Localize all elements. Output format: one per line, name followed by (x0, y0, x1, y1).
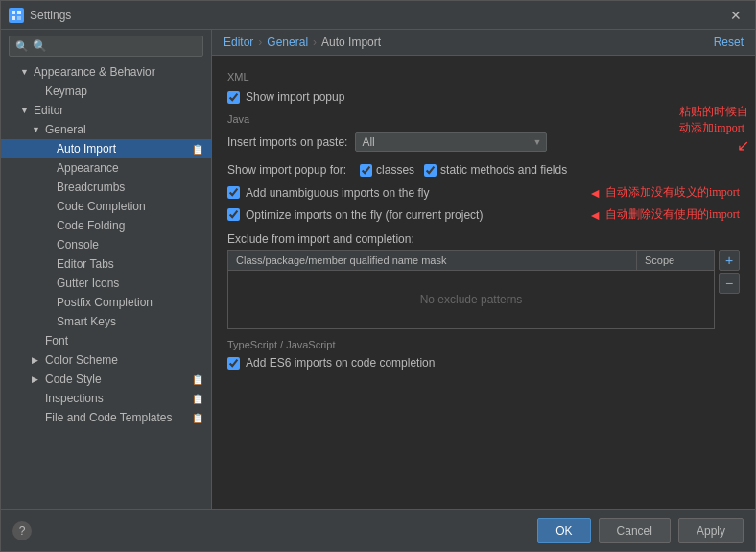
col-scope-header: Scope (637, 251, 714, 270)
optimize-checkbox-row: Optimize imports on the fly (for current… (227, 208, 588, 222)
sidebar-item-keymap[interactable]: Keymap (1, 82, 211, 101)
sidebar-item-code-style[interactable]: ▶ Code Style 📋 (1, 370, 211, 389)
static-methods-label: static methods and fields (440, 163, 567, 177)
title-bar: Settings ✕ (1, 1, 755, 30)
reset-link[interactable]: Reset (714, 36, 744, 49)
breadcrumb-general[interactable]: General (267, 36, 308, 49)
remove-exclude-button[interactable]: − (719, 273, 740, 294)
bottom-bar: ? OK Cancel Apply (1, 509, 755, 551)
sidebar-item-appearance-behavior[interactable]: ▼ Appearance & Behavior (1, 62, 211, 82)
breadcrumb-editor[interactable]: Editor (224, 36, 253, 49)
panel-content: XML Show import popup Java Insert import… (212, 56, 755, 509)
sidebar-item-code-completion[interactable]: Code Completion (1, 197, 211, 216)
sidebar-item-editor[interactable]: ▼ Editor (1, 101, 211, 120)
search-icon: 🔍 (15, 40, 29, 53)
unambiguous-checkbox[interactable] (227, 186, 240, 199)
sidebar-item-gutter-icons[interactable]: Gutter Icons (1, 274, 211, 293)
sidebar-item-label: Gutter Icons (57, 276, 119, 290)
ok-button[interactable]: OK (537, 518, 590, 543)
apply-button[interactable]: Apply (678, 518, 744, 543)
cancel-button[interactable]: Cancel (599, 518, 671, 543)
badge-icon: 📋 (192, 394, 203, 404)
sidebar-item-auto-import[interactable]: Auto Import 📋 (1, 139, 211, 158)
static-methods-checkbox[interactable] (424, 164, 437, 177)
insert-imports-label: Insert imports on paste: (227, 135, 347, 149)
col-name-header: Class/package/member qualified name mask (228, 251, 637, 270)
sidebar: 🔍 ▼ Appearance & Behavior Keymap ▼ Edito… (1, 30, 212, 509)
unambiguous-row: Add unambiguous imports on the fly ◄ 自动添… (227, 184, 740, 201)
svg-rect-1 (17, 11, 21, 14)
main-content: 🔍 ▼ Appearance & Behavior Keymap ▼ Edito… (1, 30, 755, 509)
annotation1-text: 自动添加没有歧义的import (605, 184, 740, 201)
badge-icon: 📋 (192, 144, 203, 155)
xml-show-import-checkbox[interactable] (227, 91, 240, 104)
sidebar-item-label: Code Folding (57, 219, 125, 232)
sidebar-item-postfix-completion[interactable]: Postfix Completion (1, 293, 211, 312)
settings-window: Settings ✕ 🔍 ▼ Appearance & Behavior Key… (0, 0, 756, 552)
optimize-row: Optimize imports on the fly (for current… (227, 206, 740, 223)
app-icon (9, 8, 24, 23)
sidebar-item-smart-keys[interactable]: Smart Keys (1, 312, 211, 331)
exclude-table-header: Class/package/member qualified name mask… (228, 251, 714, 271)
table-actions: + − (719, 250, 740, 296)
search-box[interactable]: 🔍 (9, 36, 203, 57)
arrow-icon: ▶ (32, 355, 41, 365)
annotation2-arrow: ◄ (588, 207, 602, 223)
add-es6-checkbox[interactable] (227, 357, 240, 370)
optimize-label: Optimize imports on the fly (for current… (246, 208, 483, 222)
breadcrumb: Editor › General › Auto Import (224, 36, 381, 49)
xml-show-import-label: Show import popup (246, 90, 344, 104)
insert-imports-row: Insert imports on paste: All Ask None (227, 132, 740, 152)
sidebar-item-code-folding[interactable]: Code Folding (1, 216, 211, 235)
sidebar-item-console[interactable]: Console (1, 235, 211, 254)
ts-section-label: TypeScript / JavaScript (227, 339, 740, 350)
arrow-icon: ▶ (32, 374, 41, 384)
help-button[interactable]: ? (12, 521, 32, 540)
sidebar-item-general[interactable]: ▼ General (1, 120, 211, 139)
optimize-checkbox[interactable] (227, 208, 240, 221)
breadcrumb-bar: Editor › General › Auto Import Reset (212, 30, 755, 56)
badge-icon: 📋 (192, 374, 203, 385)
sidebar-item-appearance[interactable]: Appearance (1, 158, 211, 178)
arrow-icon: ▼ (20, 106, 30, 115)
sidebar-item-label: Appearance & Behavior (34, 65, 155, 79)
insert-imports-select-wrapper: All Ask None (355, 132, 547, 152)
sidebar-item-label: Font (45, 334, 68, 348)
sidebar-item-label: Keymap (45, 84, 87, 98)
exclude-table-body: No exclude patterns (228, 271, 714, 328)
insert-imports-select[interactable]: All Ask None (355, 132, 547, 152)
exclude-table-wrapper: Class/package/member qualified name mask… (227, 250, 740, 329)
annotation1-arrow: ◄ (588, 185, 602, 201)
annotation2-text: 自动删除没有使用的import (605, 206, 740, 223)
show-import-popup-row: Show import popup for: classes static me… (227, 163, 740, 177)
breadcrumb-sep1: › (258, 36, 262, 49)
sidebar-item-label: Appearance (57, 161, 119, 175)
show-import-popup-label: Show import popup for: (227, 163, 346, 177)
breadcrumb-sep2: › (313, 36, 317, 49)
classes-checkbox[interactable] (360, 164, 372, 177)
exclude-table: Class/package/member qualified name mask… (227, 250, 715, 329)
main-panel: Editor › General › Auto Import Reset XML… (212, 30, 755, 509)
sidebar-item-label: Color Scheme (45, 353, 118, 367)
svg-rect-0 (12, 11, 15, 14)
annotation-paste-arrow: ↙ (737, 136, 749, 155)
sidebar-item-editor-tabs[interactable]: Editor Tabs (1, 254, 211, 274)
sidebar-item-label: Smart Keys (57, 315, 116, 328)
annotation-paste: 粘贴的时候自 动添加import (679, 104, 748, 136)
sidebar-item-font[interactable]: Font (1, 331, 211, 350)
sidebar-item-label: Editor Tabs (57, 257, 114, 271)
exclude-empty-text: No exclude patterns (420, 293, 523, 306)
unambiguous-checkbox-row: Add unambiguous imports on the fly (227, 186, 588, 200)
classes-label: classes (376, 163, 414, 177)
sidebar-item-inspections[interactable]: Inspections 📋 (1, 389, 211, 408)
search-input[interactable] (33, 39, 197, 53)
sidebar-item-breadcrumbs[interactable]: Breadcrumbs (1, 178, 211, 197)
sidebar-item-label: Editor (34, 104, 63, 117)
add-es6-row: Add ES6 imports on code completion (227, 356, 740, 370)
add-exclude-button[interactable]: + (719, 250, 740, 271)
sidebar-item-label: Breadcrumbs (57, 180, 125, 194)
sidebar-item-color-scheme[interactable]: ▶ Color Scheme (1, 350, 211, 370)
sidebar-item-label: File and Code Templates (45, 411, 173, 424)
sidebar-item-file-code-templates[interactable]: File and Code Templates 📋 (1, 408, 211, 427)
close-button[interactable]: ✕ (724, 6, 747, 25)
